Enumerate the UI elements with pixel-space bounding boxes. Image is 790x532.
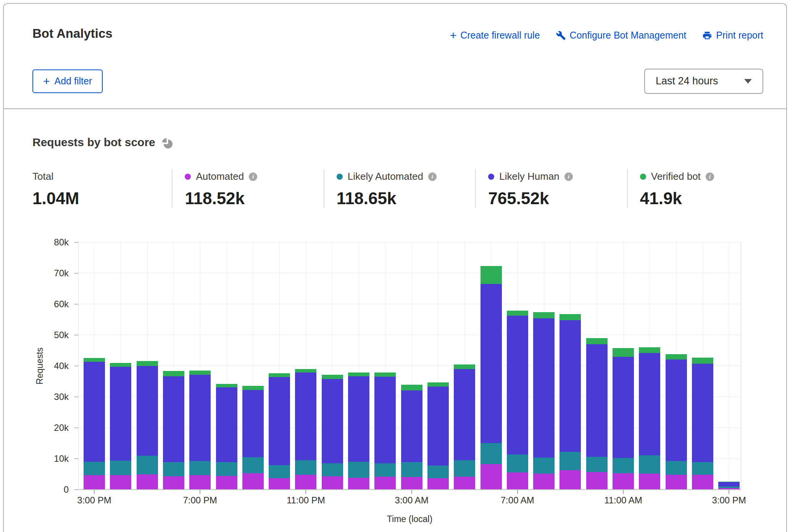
bar-segment-likely-human[interactable] [374,377,396,463]
bar-segment-likely-human[interactable] [586,344,608,457]
bar-segment-automated[interactable] [374,477,396,490]
bar-segment-likely-automated[interactable] [613,458,634,473]
bar-segment-verified-bot[interactable] [666,354,687,360]
bar-segment-likely-automated[interactable] [666,461,687,475]
bar-segment-likely-human[interactable] [163,376,184,462]
bar-segment-verified-bot[interactable] [137,361,158,366]
bar-segment-automated[interactable] [427,478,449,490]
bar-segment-automated[interactable] [454,477,475,489]
bar-segment-automated[interactable] [110,475,131,490]
bar-segment-likely-automated[interactable] [533,458,555,474]
bar-segment-likely-automated[interactable] [348,462,369,478]
info-icon[interactable]: i [428,172,437,181]
bar-segment-likely-automated[interactable] [480,443,502,464]
create-firewall-rule-link[interactable]: + Create firewall rule [450,30,540,41]
bar-segment-likely-automated[interactable] [401,462,422,477]
bar-segment-likely-human[interactable] [454,369,475,461]
bar-segment-likely-human[interactable] [242,390,264,458]
bar-segment-verified-bot[interactable] [559,314,581,320]
bar-segment-likely-automated[interactable] [269,465,290,478]
bar-segment-automated[interactable] [163,476,184,490]
bar-segment-likely-human[interactable] [613,357,634,458]
bar-segment-verified-bot[interactable] [110,363,131,367]
bar-segment-likely-automated[interactable] [586,457,608,472]
bar-segment-likely-automated[interactable] [110,461,131,475]
bar-segment-verified-bot[interactable] [639,347,660,353]
bar-segment-likely-automated[interactable] [84,462,105,475]
bar-segment-automated[interactable] [295,475,316,490]
bar-segment-likely-human[interactable] [666,360,687,461]
print-report-link[interactable]: Print report [702,30,763,41]
bar-segment-automated[interactable] [692,475,713,490]
bar-segment-likely-human[interactable] [639,353,660,455]
bar-segment-verified-bot[interactable] [189,371,211,375]
bar-segment-likely-automated[interactable] [692,462,713,474]
bar-segment-automated[interactable] [269,478,290,489]
bar-segment-automated[interactable] [189,475,211,490]
bar-segment-likely-automated[interactable] [374,463,396,477]
bar-segment-verified-bot[interactable] [163,371,184,377]
bar-segment-verified-bot[interactable] [586,338,608,344]
bar-segment-likely-human[interactable] [480,284,502,443]
configure-bot-management-link[interactable]: Configure Bot Management [556,30,687,41]
bar-segment-likely-human[interactable] [137,366,158,455]
bar-segment-likely-human[interactable] [322,379,343,463]
bar-segment-automated[interactable] [639,474,660,489]
bar-segment-automated[interactable] [242,473,264,489]
bar-segment-likely-human[interactable] [533,318,555,458]
bar-segment-likely-human[interactable] [692,364,713,462]
bar-segment-automated[interactable] [666,475,687,490]
bar-segment-automated[interactable] [586,472,608,489]
bar-segment-verified-bot[interactable] [454,364,475,369]
bar-segment-automated[interactable] [84,475,105,490]
bar-segment-likely-automated[interactable] [322,463,343,476]
bar-segment-likely-human[interactable] [507,316,528,455]
bar-segment-automated[interactable] [533,474,555,489]
bar-segment-likely-human[interactable] [559,320,581,452]
bar-segment-likely-automated[interactable] [216,462,237,476]
bar-segment-likely-human[interactable] [295,372,316,460]
bar-segment-verified-bot[interactable] [613,348,634,357]
bar-segment-verified-bot[interactable] [269,373,290,377]
bar-segment-likely-human[interactable] [427,387,449,466]
bar-segment-automated[interactable] [559,470,581,489]
bar-segment-likely-automated[interactable] [507,455,528,472]
bar-segment-verified-bot[interactable] [322,375,343,379]
bar-segment-verified-bot[interactable] [692,358,713,364]
bar-segment-likely-human[interactable] [348,376,369,462]
bar-segment-verified-bot[interactable] [242,386,264,390]
bar-segment-verified-bot[interactable] [507,311,528,316]
bar-segment-likely-automated[interactable] [559,452,581,471]
bar-segment-verified-bot[interactable] [480,266,502,284]
bar-segment-likely-automated[interactable] [295,460,316,474]
bar-segment-verified-bot[interactable] [718,482,740,482]
bar-segment-automated[interactable] [137,474,158,490]
bar-segment-verified-bot[interactable] [374,372,396,377]
info-icon[interactable]: i [564,172,573,181]
bar-segment-verified-bot[interactable] [427,382,449,387]
bar-segment-verified-bot[interactable] [401,385,422,390]
bar-segment-automated[interactable] [613,473,634,490]
bar-segment-likely-automated[interactable] [242,457,264,473]
bar-segment-likely-human[interactable] [269,377,290,466]
bar-segment-likely-human[interactable] [189,375,211,461]
info-icon[interactable]: i [706,172,714,181]
bar-segment-automated[interactable] [348,478,369,490]
bar-segment-verified-bot[interactable] [348,372,369,376]
bar-segment-likely-automated[interactable] [137,456,158,474]
bar-segment-automated[interactable] [401,477,422,489]
bar-segment-automated[interactable] [507,472,528,490]
add-filter-button[interactable]: + Add filter [32,69,103,93]
bar-segment-likely-human[interactable] [84,362,105,462]
info-icon[interactable]: i [249,172,257,181]
bar-segment-likely-automated[interactable] [427,466,449,478]
bar-segment-likely-automated[interactable] [163,462,184,476]
bar-segment-verified-bot[interactable] [216,384,237,388]
bar-segment-verified-bot[interactable] [84,358,105,362]
bar-segment-likely-automated[interactable] [639,455,660,474]
bar-segment-likely-human[interactable] [110,367,131,461]
bar-segment-likely-automated[interactable] [189,461,211,475]
bar-segment-automated[interactable] [480,464,502,489]
bar-segment-likely-automated[interactable] [718,487,740,488]
bar-segment-verified-bot[interactable] [295,369,316,373]
